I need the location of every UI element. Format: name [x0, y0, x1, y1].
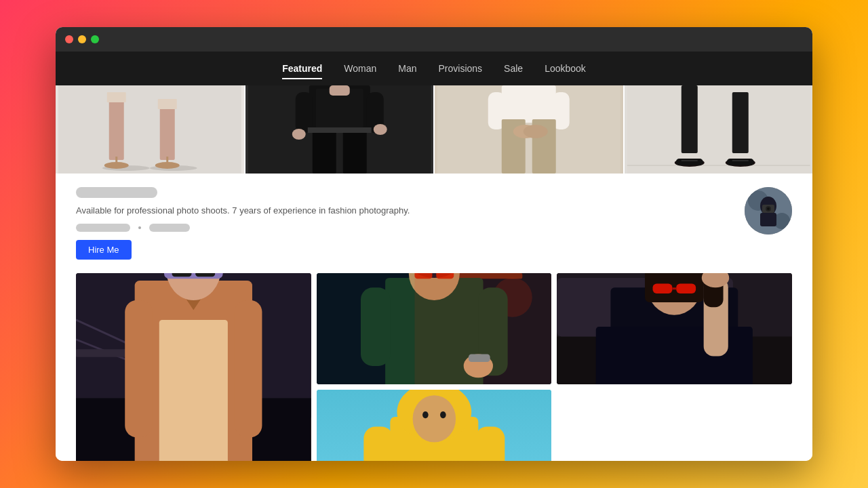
profile-bio: Available for professional photo shoots.…	[76, 205, 731, 217]
profile-stats	[76, 224, 731, 232]
svg-rect-16	[342, 129, 366, 174]
content-area: Available for professional photo shoots.…	[56, 85, 812, 461]
photo-item-1[interactable]	[76, 273, 311, 461]
svg-rect-9	[107, 92, 126, 102]
nav-sale[interactable]: Sale	[504, 60, 523, 77]
nav-provisions[interactable]: Provisions	[439, 60, 483, 77]
svg-rect-87	[596, 327, 753, 384]
close-button[interactable]	[65, 35, 73, 43]
svg-point-47	[767, 207, 770, 210]
svg-rect-0	[58, 85, 241, 174]
svg-rect-57	[125, 300, 152, 437]
profile-avatar	[745, 187, 792, 235]
svg-rect-63	[195, 273, 215, 277]
svg-point-111	[440, 411, 446, 418]
svg-rect-94	[677, 284, 696, 293]
svg-rect-15	[312, 129, 336, 174]
svg-rect-107	[363, 427, 393, 461]
hero-panel-4	[625, 85, 813, 174]
svg-point-29	[524, 125, 548, 138]
svg-point-5	[104, 162, 129, 169]
nav-woman[interactable]: Woman	[344, 60, 376, 77]
nav-items: Featured Woman Man Provisions Sale Lookb…	[282, 60, 586, 77]
hero-panel-3	[435, 85, 625, 174]
svg-point-20	[373, 124, 387, 135]
nav-featured[interactable]: Featured	[282, 60, 322, 77]
svg-rect-3	[109, 99, 124, 160]
traffic-lights	[65, 35, 99, 43]
browser-window: Featured Woman Man Provisions Sale Lookb…	[56, 27, 812, 461]
svg-rect-21	[329, 85, 349, 96]
stat-followers	[76, 224, 130, 232]
svg-rect-73	[361, 288, 390, 367]
svg-rect-80	[414, 273, 551, 384]
svg-rect-30	[627, 85, 810, 174]
profile-info: Available for professional photo shoots.…	[76, 187, 731, 260]
hero-panel-1	[56, 85, 245, 174]
svg-rect-108	[475, 427, 505, 461]
svg-rect-44	[760, 213, 776, 226]
svg-rect-18	[307, 127, 371, 133]
svg-rect-62	[172, 273, 192, 277]
navbar: Featured Woman Man Provisions Sale Lookb…	[56, 52, 812, 85]
svg-rect-33	[732, 92, 748, 153]
svg-rect-37	[726, 159, 753, 165]
hero-panel-2	[245, 85, 435, 174]
minimize-button[interactable]	[78, 35, 86, 43]
svg-rect-23	[502, 85, 556, 123]
svg-rect-58	[235, 300, 262, 437]
titlebar	[56, 27, 812, 52]
svg-rect-93	[653, 284, 673, 293]
photo-item-2[interactable]	[317, 273, 552, 384]
nav-lookbook[interactable]: Lookbook	[545, 60, 586, 77]
svg-point-7	[155, 162, 180, 169]
nav-man[interactable]: Man	[398, 60, 416, 77]
maximize-button[interactable]	[91, 35, 99, 43]
photo-item-3[interactable]	[557, 273, 792, 384]
svg-rect-35	[675, 159, 703, 165]
profile-section: Available for professional photo shoots.…	[56, 174, 812, 273]
svg-point-19	[292, 129, 305, 140]
svg-rect-13	[295, 92, 312, 133]
svg-rect-32	[681, 85, 697, 153]
hero-strip	[56, 85, 812, 174]
stat-separator	[138, 226, 141, 229]
svg-point-110	[422, 411, 429, 418]
svg-rect-81	[469, 354, 490, 363]
stat-following	[149, 224, 190, 232]
hire-me-button[interactable]: Hire Me	[76, 240, 132, 260]
photo-grid	[56, 273, 812, 461]
svg-rect-56	[159, 320, 228, 461]
profile-name-placeholder	[76, 187, 157, 198]
svg-point-109	[412, 395, 456, 442]
svg-rect-10	[158, 99, 177, 109]
svg-rect-4	[160, 106, 175, 160]
photo-item-4[interactable]	[317, 390, 552, 461]
